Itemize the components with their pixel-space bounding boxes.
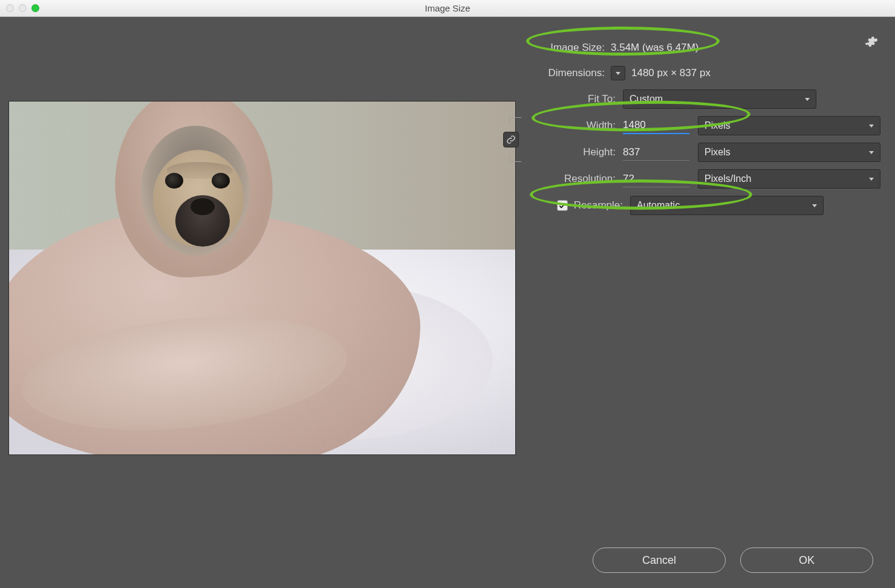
- fit-to-row: Fit To: Custom: [526, 86, 880, 112]
- dimensions-row: Dimensions: 1480 px × 837 px: [526, 60, 880, 86]
- image-size-row: Image Size: 3.54M (was 6.47M): [526, 35, 880, 60]
- fit-to-label: Fit To:: [526, 93, 623, 105]
- resolution-input[interactable]: [623, 170, 689, 187]
- constrain-proportions: [501, 112, 525, 167]
- chevron-down-icon: [869, 124, 874, 128]
- dimensions-label: Dimensions:: [526, 67, 611, 79]
- dimensions-unit-button[interactable]: [611, 66, 625, 80]
- resolution-label: Resolution:: [526, 173, 623, 185]
- resample-row: Resample: Automatic: [526, 192, 880, 219]
- resample-value: Automatic: [637, 200, 680, 211]
- settings-panel: Image Size: 3.54M (was 6.47M) Dimensions…: [526, 35, 880, 219]
- height-row: Height: Pixels: [526, 139, 880, 166]
- width-label: Width:: [526, 120, 623, 132]
- link-icon[interactable]: [503, 132, 519, 147]
- chevron-down-icon: [869, 151, 874, 154]
- width-input[interactable]: [623, 117, 689, 134]
- resolution-unit-value: Pixels/Inch: [705, 173, 751, 184]
- chevron-down-icon: [616, 72, 620, 75]
- height-unit-select[interactable]: Pixels: [698, 143, 880, 162]
- chevron-down-icon: [812, 204, 817, 207]
- dialog-footer: Cancel OK: [0, 532, 895, 588]
- resample-checkbox[interactable]: [557, 200, 568, 211]
- fit-to-value: Custom: [630, 94, 663, 105]
- image-size-label: Image Size:: [526, 42, 611, 54]
- cancel-button[interactable]: Cancel: [593, 548, 726, 573]
- width-unit-select[interactable]: Pixels: [698, 116, 880, 135]
- check-icon: [558, 201, 567, 210]
- image-preview: [9, 102, 515, 454]
- close-window-button[interactable]: [6, 4, 14, 12]
- resample-label: Resample:: [574, 199, 623, 212]
- height-input[interactable]: [623, 144, 689, 161]
- dialog-body: Image Size: 3.54M (was 6.47M) Dimensions…: [0, 17, 895, 588]
- chevron-down-icon: [805, 98, 810, 101]
- image-size-value: 3.54M (was 6.47M): [611, 42, 699, 54]
- zoom-window-button[interactable]: [31, 4, 39, 12]
- resolution-unit-select[interactable]: Pixels/Inch: [698, 169, 880, 189]
- dimensions-value: 1480 px × 837 px: [631, 67, 711, 79]
- ok-button[interactable]: OK: [740, 548, 873, 573]
- titlebar: Image Size: [0, 0, 895, 17]
- width-row: Width: Pixels: [526, 112, 880, 139]
- height-label: Height:: [526, 146, 623, 158]
- width-unit-value: Pixels: [705, 120, 731, 131]
- minimize-window-button[interactable]: [19, 4, 27, 12]
- height-unit-value: Pixels: [705, 147, 731, 158]
- resolution-row: Resolution: Pixels/Inch: [526, 166, 880, 192]
- window-controls: [0, 4, 39, 12]
- window-title: Image Size: [0, 3, 895, 13]
- fit-to-select[interactable]: Custom: [623, 89, 816, 109]
- chevron-down-icon: [869, 178, 874, 181]
- resample-select[interactable]: Automatic: [630, 196, 824, 215]
